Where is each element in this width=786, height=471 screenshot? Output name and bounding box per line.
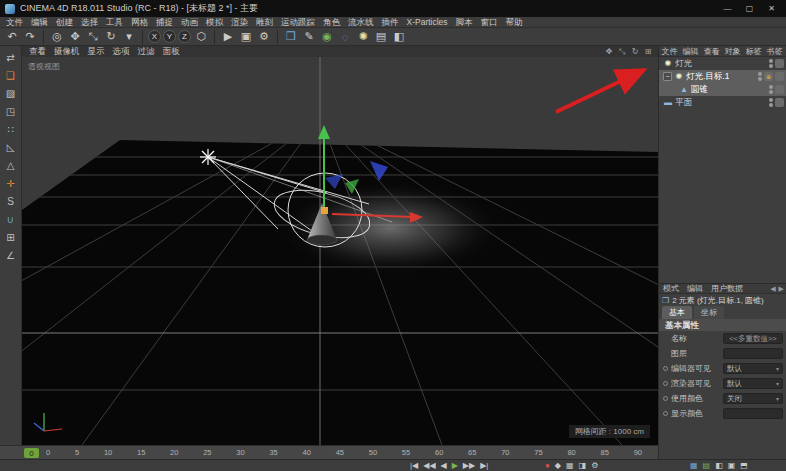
spline-pen-icon[interactable]: ✎ xyxy=(301,29,317,45)
phong-tag-icon[interactable] xyxy=(775,98,784,107)
light-object-icon[interactable]: ✺ xyxy=(355,29,371,45)
coordinates-button[interactable]: ⬒ xyxy=(740,460,748,471)
previous-frame-button[interactable]: ◀ xyxy=(441,460,447,471)
visibility-dots[interactable] xyxy=(769,98,773,107)
render-view-icon[interactable]: ▶ xyxy=(220,29,236,45)
am-menu-userdata[interactable]: 用户数据 xyxy=(707,283,747,294)
workplane-mode-icon[interactable]: ◳ xyxy=(3,104,19,119)
basic-properties-section-header[interactable]: 基本属性 xyxy=(659,319,786,331)
render-region-button[interactable]: ▦ xyxy=(690,460,698,471)
render-settings-icon[interactable]: ⚙ xyxy=(256,29,272,45)
object-tag-icon[interactable] xyxy=(775,72,784,81)
quantize-icon[interactable]: ∠ xyxy=(3,248,19,263)
y-axis-lock-button[interactable]: Y xyxy=(163,30,176,43)
object-tag-icon[interactable] xyxy=(775,59,784,68)
menu-select[interactable]: 选择 xyxy=(77,17,102,28)
viewport-menu-display[interactable]: 显示 xyxy=(84,46,109,57)
primitive-cube-icon[interactable]: ❒ xyxy=(283,29,299,45)
viewport-canvas[interactable] xyxy=(22,57,658,445)
object-row-light[interactable]: ✺ 灯光 xyxy=(659,57,786,70)
om-menu-tags[interactable]: 标签 xyxy=(743,46,764,57)
live-selection-icon[interactable]: ◎ xyxy=(49,29,65,45)
keyframe-dot[interactable] xyxy=(663,366,668,371)
goto-end-button[interactable]: ▶| xyxy=(480,460,488,471)
gizmo-center-handle[interactable] xyxy=(321,207,328,214)
editor-visibility-dropdown[interactable]: 默认 ▾ xyxy=(723,363,783,374)
menu-plugins[interactable]: 插件 xyxy=(378,17,403,28)
menu-mesh[interactable]: 网格 xyxy=(127,17,152,28)
scale-tool-icon[interactable]: ⤡ xyxy=(85,29,101,45)
menu-help[interactable]: 帮助 xyxy=(502,17,527,28)
keyframe-selection-button[interactable]: ▦ xyxy=(566,460,574,471)
move-tool-icon[interactable]: ✥ xyxy=(67,29,83,45)
use-color-dropdown[interactable]: 关闭 ▾ xyxy=(723,393,783,404)
timeline-playhead[interactable]: 0 xyxy=(24,448,39,458)
pan-view-icon[interactable]: ✥ xyxy=(604,47,614,56)
om-menu-edit[interactable]: 编辑 xyxy=(680,46,701,57)
next-key-button[interactable]: ▶▶ xyxy=(463,460,475,471)
viewport-menu-filter[interactable]: 过滤 xyxy=(134,46,159,57)
light-source-star[interactable] xyxy=(200,149,216,165)
deformer-icon[interactable]: ◌ xyxy=(337,29,353,45)
keyframe-dot[interactable] xyxy=(663,396,668,401)
menu-character[interactable]: 角色 xyxy=(319,17,344,28)
layer-field[interactable] xyxy=(723,348,783,359)
model-mode-icon[interactable]: ❑ xyxy=(3,68,19,83)
undo-icon[interactable]: ↶ xyxy=(4,29,20,45)
menu-xparticles[interactable]: X-Particles xyxy=(403,17,452,28)
subdivision-surface-icon[interactable]: ◉ xyxy=(319,29,335,45)
om-menu-objects[interactable]: 对象 xyxy=(722,46,743,57)
render-picture-viewer-icon[interactable]: ▣ xyxy=(238,29,254,45)
menu-render[interactable]: 渲染 xyxy=(227,17,252,28)
menu-script[interactable]: 脚本 xyxy=(452,17,477,28)
previous-key-button[interactable]: ◀◀ xyxy=(423,460,435,471)
x-axis-lock-button[interactable]: X xyxy=(148,30,161,43)
object-row-cone[interactable]: ▲ 圆锥 xyxy=(659,83,786,96)
phong-tag-icon[interactable] xyxy=(775,85,784,94)
om-menu-file[interactable]: 文件 xyxy=(659,46,680,57)
om-menu-view[interactable]: 查看 xyxy=(701,46,722,57)
menu-edit[interactable]: 编辑 xyxy=(27,17,52,28)
enable-snap-icon[interactable]: ∪ xyxy=(3,212,19,227)
autokey-button[interactable]: ◆ xyxy=(555,460,561,471)
record-keyframe-button[interactable]: ● xyxy=(545,460,550,471)
viewport-menu-options[interactable]: 选项 xyxy=(109,46,134,57)
viewport-menu-panel[interactable]: 面板 xyxy=(159,46,184,57)
menu-tools[interactable]: 工具 xyxy=(102,17,127,28)
rotate-view-icon[interactable]: ↻ xyxy=(630,47,640,56)
object-row-plane[interactable]: ▬ 平面 xyxy=(659,96,786,109)
polygons-mode-icon[interactable]: △ xyxy=(3,158,19,173)
expand-collapse-icon[interactable]: − xyxy=(663,72,672,81)
playback-settings-button[interactable]: ⚙ xyxy=(591,460,598,471)
viewport-menu-view[interactable]: 查看 xyxy=(25,46,50,57)
visibility-dots[interactable] xyxy=(769,85,773,94)
tab-coordinates[interactable]: 坐标 xyxy=(694,306,724,319)
maximize-button[interactable]: ▢ xyxy=(740,2,759,15)
minimize-button[interactable]: — xyxy=(718,2,737,15)
timeline-ruler[interactable]: 0 0 5 10 15 20 25 30 35 40 45 50 55 60 6… xyxy=(0,445,658,459)
play-button[interactable]: ▶ xyxy=(452,460,458,471)
redo-icon[interactable]: ↷ xyxy=(22,29,38,45)
menu-snap[interactable]: 捕捉 xyxy=(152,17,177,28)
display-mode-icon[interactable]: ◧ xyxy=(391,29,407,45)
tab-basic[interactable]: 基本 xyxy=(662,306,692,319)
menu-pipeline[interactable]: 流水线 xyxy=(344,17,378,28)
zoom-view-icon[interactable]: ⤡ xyxy=(617,47,627,56)
rotate-tool-icon[interactable]: ↻ xyxy=(103,29,119,45)
close-button[interactable]: ✕ xyxy=(762,2,781,15)
last-tool-dropdown-icon[interactable]: ▾ xyxy=(121,29,137,45)
name-field[interactable]: <<多重数值>> xyxy=(723,333,783,344)
menu-simulate[interactable]: 模拟 xyxy=(202,17,227,28)
menu-motion-tracker[interactable]: 运动跟踪 xyxy=(277,17,319,28)
goto-start-button[interactable]: |◀ xyxy=(410,460,418,471)
viewport-solo-icon[interactable]: S xyxy=(3,194,19,209)
toggle-view-icon[interactable]: ⊞ xyxy=(643,47,653,56)
workplane-lock-icon[interactable]: ⊞ xyxy=(3,230,19,245)
viewport-menu-cameras[interactable]: 摄像机 xyxy=(50,46,84,57)
menu-animate[interactable]: 动画 xyxy=(177,17,202,28)
render-visibility-dropdown[interactable]: 默认 ▾ xyxy=(723,378,783,389)
material-manager-button[interactable]: ▤ xyxy=(703,460,711,471)
object-row-light-target[interactable]: − ✺ 灯光.目标.1 ⊕ xyxy=(659,70,786,83)
keyframe-dot[interactable] xyxy=(663,381,668,386)
texture-mode-icon[interactable]: ▨ xyxy=(3,86,19,101)
